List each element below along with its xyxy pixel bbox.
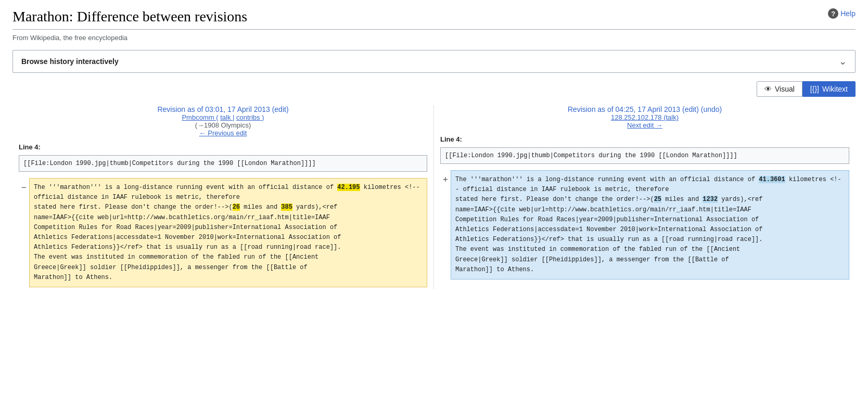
left-line-label: Line 4:	[19, 143, 427, 151]
right-user-link[interactable]: 128.252.102.178	[611, 113, 663, 121]
page-wrapper: Marathon: Difference between revisions ?…	[0, 0, 868, 298]
right-line-label: Line 4:	[440, 135, 849, 143]
visual-label: Visual	[775, 85, 795, 93]
diff-container: Revision as of 03:01, 17 April 2013 (edi…	[12, 105, 856, 289]
right-revision-title[interactable]: Revision as of 04:25, 17 April 2013	[568, 105, 682, 113]
right-spacer	[440, 166, 849, 170]
page-header: Marathon: Difference between revisions ?…	[12, 8, 856, 30]
right-diff-block-col: The '''marathon''' is a long-distance ru…	[451, 170, 849, 282]
browse-history-bar[interactable]: Browse history interactively ⌄	[12, 50, 856, 73]
left-spacer	[19, 174, 427, 178]
wikitext-button[interactable]: [{}] Wikitext	[802, 81, 856, 97]
subtitle: From Wikipedia, the free encyclopedia	[12, 34, 856, 42]
prev-edit-link[interactable]: ← Previous edit	[199, 129, 247, 137]
left-highlight-2: 26	[233, 204, 240, 211]
right-code-block: [[File:London 1990.jpg|thumb|Competitors…	[440, 147, 849, 164]
left-column: Revision as of 03:01, 17 April 2013 (edi…	[12, 105, 434, 289]
right-undo-link[interactable]: (undo)	[701, 105, 722, 113]
left-highlight-1: 42.195	[337, 184, 360, 191]
right-revision-user-line: 128.252.102.178 (talk)	[440, 113, 849, 121]
left-diff-block-col: The '''marathon''' is a long-distance ru…	[29, 178, 427, 289]
view-toggle: 👁 Visual [{}] Wikitext	[12, 81, 856, 97]
left-text-before: The '''marathon''' is a long-distance ru…	[34, 184, 337, 191]
next-edit-link[interactable]: Next edit →	[627, 121, 662, 129]
right-text-before: The '''marathon''' is a long-distance ru…	[455, 176, 759, 183]
left-user-link[interactable]: Pmbcomm	[182, 113, 216, 121]
right-talk-link[interactable]: (talk)	[663, 113, 679, 121]
left-contribs-link[interactable]: contribs	[236, 113, 262, 121]
left-revision-header: Revision as of 03:01, 17 April 2013 (edi…	[19, 105, 427, 137]
right-revision-header: Revision as of 04:25, 17 April 2013 (edi…	[440, 105, 849, 129]
wikitext-icon: [{}]	[810, 85, 819, 93]
right-highlight-2: 25	[654, 196, 661, 203]
eye-icon: 👁	[764, 85, 772, 93]
wikitext-label: Wikitext	[822, 85, 848, 93]
visual-button[interactable]: 👁 Visual	[757, 81, 802, 97]
right-highlight-1: 41.3601	[759, 176, 785, 183]
left-prev-edit: ← Previous edit	[19, 129, 427, 137]
left-text-mid2: miles and	[240, 204, 281, 211]
left-edit-link[interactable]: (edit)	[272, 105, 289, 113]
left-revision-user-line: Pmbcomm ( talk | contribs )	[19, 113, 427, 121]
left-code-block: [[File:London 1990.jpg|thumb|Competitors…	[19, 155, 427, 172]
right-text-after: yards),<ref name=IAAF>{{cite web|url=htt…	[455, 196, 763, 273]
help-label: Help	[840, 9, 856, 18]
browse-history-label: Browse history interactively	[21, 57, 119, 66]
plus-marker: +	[440, 170, 451, 185]
browse-history-chevron: ⌄	[839, 56, 847, 67]
right-diff-row: + The '''marathon''' is a long-distance …	[440, 170, 849, 282]
right-highlight-3: 1232	[703, 196, 718, 203]
left-diff-row: − The '''marathon''' is a long-distance …	[19, 178, 427, 289]
left-highlight-3: 385	[281, 204, 292, 211]
left-changed-block: The '''marathon''' is a long-distance ru…	[29, 178, 427, 287]
minus-marker: −	[19, 178, 29, 193]
right-changed-block: The '''marathon''' is a long-distance ru…	[451, 170, 849, 280]
left-text-after: yards),<ref name=IAAF>{{cite web|url=htt…	[34, 204, 341, 281]
right-edit-link[interactable]: (edit)	[682, 105, 701, 113]
left-revision-section: (→1908 Olympics)	[19, 121, 427, 129]
page-title: Marathon: Difference between revisions	[12, 8, 247, 25]
right-text-mid2: miles and	[661, 196, 703, 203]
left-talk-link[interactable]: talk	[220, 113, 233, 121]
right-column: Revision as of 04:25, 17 April 2013 (edi…	[434, 105, 856, 289]
help-icon: ?	[828, 8, 838, 19]
left-revision-title[interactable]: Revision as of 03:01, 17 April 2013	[157, 105, 272, 113]
help-link[interactable]: ? Help	[828, 8, 856, 19]
right-next-edit: Next edit →	[440, 121, 849, 129]
